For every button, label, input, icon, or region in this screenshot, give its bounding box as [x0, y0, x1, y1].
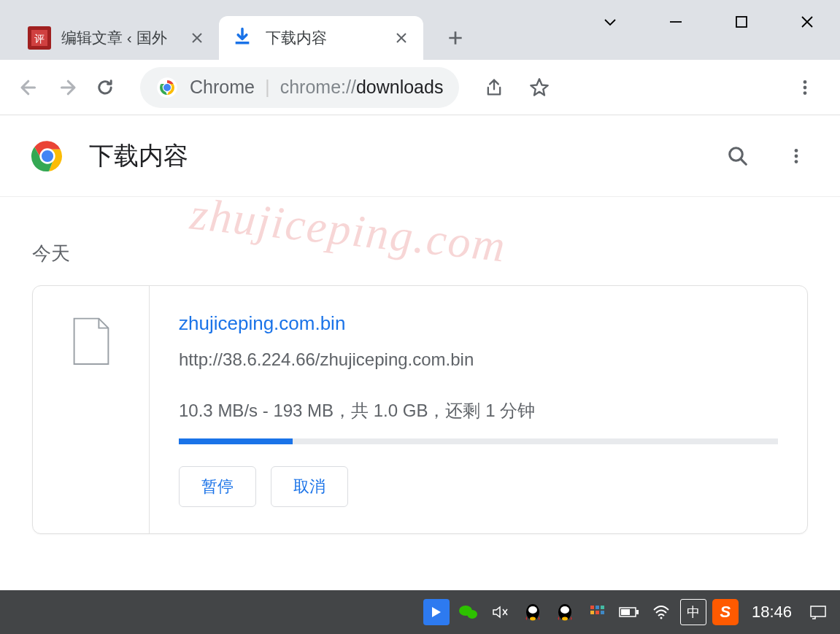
svg-rect-35	[636, 610, 639, 614]
pause-button[interactable]: 暂停	[179, 466, 256, 507]
wifi-icon[interactable]	[648, 599, 674, 625]
download-filename[interactable]: zhujiceping.com.bin	[179, 312, 778, 335]
svg-rect-32	[596, 611, 599, 614]
svg-point-26	[560, 606, 569, 614]
wechat-icon[interactable]	[455, 599, 482, 625]
omnibox-app-label: Chrome	[190, 77, 255, 98]
download-actions: 暂停 取消	[179, 466, 778, 507]
maximize-button[interactable]	[709, 6, 774, 38]
svg-rect-28	[590, 606, 594, 609]
tab-favicon-icon: 评	[28, 26, 51, 50]
taskbar-clock[interactable]: 18:46	[752, 603, 792, 622]
svg-text:评: 评	[34, 33, 45, 45]
new-tab-button[interactable]	[438, 20, 473, 55]
svg-rect-3	[236, 42, 250, 45]
svg-rect-38	[811, 606, 825, 616]
taskbar: 中 S 18:46	[0, 590, 840, 634]
back-button[interactable]	[13, 71, 45, 104]
date-section-label: 今天	[32, 241, 808, 266]
qq-icon[interactable]	[552, 599, 578, 625]
volume-mute-icon[interactable]	[488, 599, 514, 625]
svg-rect-29	[596, 606, 599, 609]
share-button[interactable]	[479, 73, 509, 102]
svg-point-17	[795, 149, 798, 152]
svg-rect-5	[736, 17, 747, 27]
ime-indicator[interactable]: 中	[680, 599, 706, 625]
toolbar: Chrome | chrome://downloads	[0, 60, 840, 115]
forward-button[interactable]	[51, 71, 83, 104]
download-body: zhujiceping.com.bin http://38.6.224.66/z…	[150, 286, 807, 533]
cancel-button[interactable]: 取消	[271, 466, 348, 507]
downloads-content: zhujiceping.com 今天 zhujiceping.com.bin h…	[0, 197, 840, 556]
app-icon[interactable]	[423, 599, 450, 625]
svg-rect-31	[590, 611, 594, 614]
page-title: 下载内容	[89, 139, 723, 173]
minimize-button[interactable]	[643, 6, 709, 38]
svg-rect-33	[601, 611, 604, 614]
svg-rect-30	[601, 606, 604, 609]
close-icon[interactable]	[188, 29, 206, 47]
page-menu-button[interactable]	[782, 142, 811, 171]
separator: |	[265, 76, 270, 98]
bookmark-button[interactable]	[525, 73, 554, 102]
app-grid-icon[interactable]	[584, 599, 610, 625]
svg-line-16	[741, 158, 747, 164]
close-icon[interactable]	[393, 29, 410, 47]
chevron-down-icon[interactable]	[577, 6, 643, 38]
chrome-logo-icon	[29, 138, 66, 174]
url-scheme: chrome://	[280, 77, 356, 98]
svg-point-19	[795, 160, 798, 163]
download-source-url: http://38.6.224.66/zhujiceping.com.bin	[179, 349, 778, 370]
search-button[interactable]	[723, 142, 752, 171]
close-button[interactable]	[774, 6, 840, 38]
notifications-icon[interactable]	[805, 599, 831, 625]
battery-icon[interactable]	[616, 599, 642, 625]
tab-item-active[interactable]: 下载内容	[219, 16, 423, 60]
window-controls	[577, 0, 840, 44]
tab-item[interactable]: 评 编辑文章 ‹ 国外	[15, 16, 219, 60]
taskbar-tray: 中 S	[423, 599, 739, 625]
download-status: 10.3 MB/s - 193 MB，共 1.0 GB，还剩 1 分钟	[179, 399, 778, 422]
sogou-icon[interactable]: S	[712, 599, 739, 625]
svg-point-10	[804, 85, 807, 89]
svg-point-27	[562, 617, 568, 621]
svg-point-9	[804, 80, 807, 84]
svg-point-23	[528, 606, 537, 614]
svg-point-37	[660, 617, 662, 619]
browser-menu-button[interactable]	[790, 73, 820, 102]
download-icon	[232, 26, 255, 50]
tab-title: 编辑文章 ‹ 国外	[61, 28, 180, 48]
download-item: zhujiceping.com.bin http://38.6.224.66/z…	[32, 285, 808, 534]
svg-point-21	[467, 610, 477, 619]
url-path: downloads	[356, 77, 444, 98]
svg-point-11	[804, 91, 807, 95]
url-text: Chrome | chrome://downloads	[190, 76, 443, 98]
svg-point-24	[530, 617, 536, 621]
download-icon-section	[33, 286, 150, 533]
address-bar[interactable]: Chrome | chrome://downloads	[140, 67, 459, 108]
reload-button[interactable]	[89, 71, 121, 104]
progress-fill	[179, 438, 293, 444]
file-icon	[72, 317, 110, 365]
progress-bar	[179, 438, 778, 444]
tab-title: 下载内容	[266, 28, 384, 48]
svg-point-18	[795, 154, 798, 158]
svg-rect-36	[621, 609, 630, 615]
qq-icon[interactable]	[520, 599, 546, 625]
chrome-logo-icon	[156, 77, 178, 98]
downloads-header: 下载内容	[0, 115, 840, 197]
